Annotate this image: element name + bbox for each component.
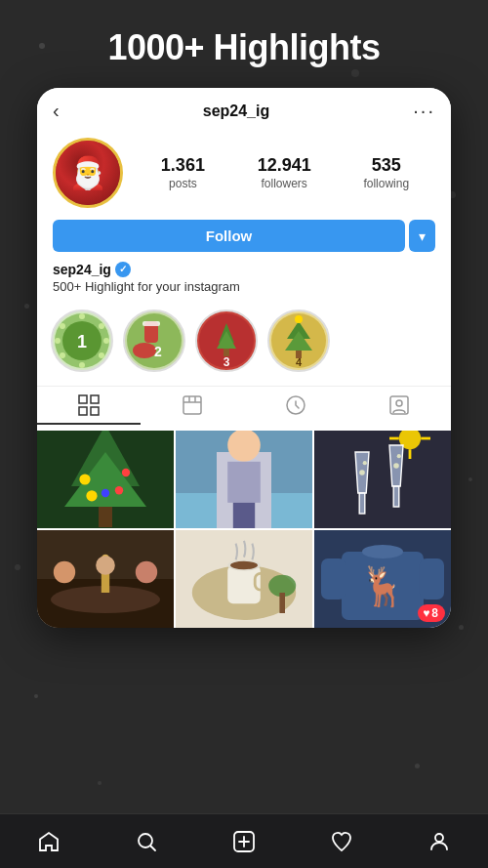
svg-point-10 xyxy=(60,323,65,329)
svg-rect-53 xyxy=(244,503,255,528)
highlight-circle-1: 1 xyxy=(51,310,113,372)
svg-rect-29 xyxy=(79,407,87,415)
following-label: following xyxy=(363,177,409,190)
svg-point-5 xyxy=(103,338,109,344)
svg-rect-61 xyxy=(359,493,365,514)
svg-rect-36 xyxy=(390,396,408,414)
svg-point-44 xyxy=(102,489,109,497)
svg-text:2: 2 xyxy=(154,344,162,359)
photo-cell-1[interactable] xyxy=(37,431,174,528)
svg-text:3: 3 xyxy=(224,355,230,369)
nav-heart[interactable] xyxy=(322,822,361,861)
photo-cell-6[interactable]: 🦌 ♥ 8 xyxy=(314,530,451,628)
phone-card: ‹ sep24_ig ··· 🎅 1.361 posts 12.941 foll… xyxy=(37,88,451,628)
svg-rect-54 xyxy=(314,431,451,528)
svg-rect-27 xyxy=(79,395,87,403)
hero-title: 1000+ Highlights xyxy=(0,27,488,68)
svg-rect-28 xyxy=(91,395,99,403)
svg-point-6 xyxy=(99,352,104,358)
stat-following: 535 following xyxy=(363,155,409,190)
stat-followers: 12.941 followers xyxy=(258,155,311,190)
svg-point-95 xyxy=(435,834,443,842)
more-icon[interactable]: ··· xyxy=(413,100,435,122)
highlight-item-3[interactable]: 3 xyxy=(195,310,258,372)
svg-point-37 xyxy=(396,400,402,406)
svg-rect-41 xyxy=(99,507,112,527)
nav-profile[interactable] xyxy=(420,822,459,861)
svg-point-64 xyxy=(359,470,365,475)
svg-point-66 xyxy=(393,463,399,469)
avatar: 🎅 xyxy=(53,138,123,208)
svg-point-46 xyxy=(115,486,123,494)
svg-rect-30 xyxy=(91,407,99,415)
svg-line-91 xyxy=(151,846,156,850)
svg-rect-83 xyxy=(279,593,285,613)
follow-button[interactable]: Follow xyxy=(53,220,405,252)
follow-dropdown-button[interactable]: ▾ xyxy=(409,220,435,252)
highlight-circle-3: 3 xyxy=(195,310,258,372)
like-count: 8 xyxy=(431,606,438,620)
svg-rect-88 xyxy=(321,558,346,599)
tab-reels[interactable] xyxy=(141,394,244,425)
highlight-item-2[interactable]: 2 xyxy=(123,310,185,372)
nav-add[interactable] xyxy=(224,822,264,861)
highlight-circle-2: 2 xyxy=(123,310,185,372)
verified-icon: ✓ xyxy=(115,262,131,277)
tab-profile[interactable] xyxy=(347,394,451,425)
following-count: 535 xyxy=(372,155,401,177)
svg-point-67 xyxy=(397,454,401,458)
heart-icon: ♥ xyxy=(423,606,429,620)
bio-section: sep24_ig ✓ 500+ Highlight for your insta… xyxy=(37,260,451,302)
photo-cell-4[interactable] xyxy=(37,530,174,628)
svg-point-8 xyxy=(60,352,65,358)
tab-grid[interactable] xyxy=(37,394,141,425)
photo-cell-3[interactable] xyxy=(314,431,451,528)
svg-point-75 xyxy=(96,556,115,575)
nav-home[interactable] xyxy=(29,822,68,861)
follow-row: Follow ▾ xyxy=(37,214,451,260)
svg-text:1: 1 xyxy=(77,332,87,351)
highlight-circle-4: 4 xyxy=(267,310,330,372)
bio-username: sep24_ig ✓ xyxy=(53,262,435,277)
stat-posts: 1.361 posts xyxy=(161,155,205,190)
svg-rect-51 xyxy=(227,462,261,503)
highlight-item-1[interactable]: 1 xyxy=(51,310,113,372)
nav-search[interactable] xyxy=(127,822,166,861)
ig-header: ‹ sep24_ig ··· xyxy=(37,88,451,130)
svg-point-13 xyxy=(133,343,156,358)
profile-row: 🎅 1.361 posts 12.941 followers 535 follo… xyxy=(37,130,451,214)
svg-text:🦌: 🦌 xyxy=(359,563,407,609)
svg-point-45 xyxy=(86,490,97,501)
highlight-item-4[interactable]: 4 xyxy=(267,310,330,372)
svg-point-42 xyxy=(79,474,90,484)
back-icon[interactable]: ‹ xyxy=(53,100,60,122)
svg-rect-52 xyxy=(233,503,244,528)
followers-label: followers xyxy=(261,177,306,190)
svg-point-4 xyxy=(99,323,104,329)
posts-label: posts xyxy=(169,177,197,190)
svg-point-3 xyxy=(79,313,85,319)
followers-count: 12.941 xyxy=(258,155,311,177)
photo-grid: 🦌 ♥ 8 xyxy=(37,431,451,628)
svg-text:4: 4 xyxy=(296,356,303,368)
svg-point-81 xyxy=(230,561,258,569)
svg-point-9 xyxy=(55,338,61,344)
svg-point-87 xyxy=(362,545,403,558)
like-badge: ♥ 8 xyxy=(418,604,445,622)
svg-point-73 xyxy=(54,561,75,583)
photo-cell-2[interactable] xyxy=(176,431,312,528)
svg-rect-89 xyxy=(420,558,444,599)
photo-cell-5[interactable] xyxy=(176,530,312,628)
posts-count: 1.361 xyxy=(161,155,205,177)
bottom-nav xyxy=(0,813,488,868)
header-username: sep24_ig xyxy=(203,103,269,120)
svg-rect-31 xyxy=(183,396,201,414)
svg-rect-15 xyxy=(142,321,160,326)
svg-point-7 xyxy=(79,362,85,368)
highlights-row: 1 2 xyxy=(37,302,451,386)
svg-point-65 xyxy=(363,461,367,465)
tab-tagged[interactable] xyxy=(244,394,347,425)
svg-point-43 xyxy=(122,469,130,476)
svg-rect-63 xyxy=(393,486,399,507)
ig-tabs xyxy=(37,386,451,431)
